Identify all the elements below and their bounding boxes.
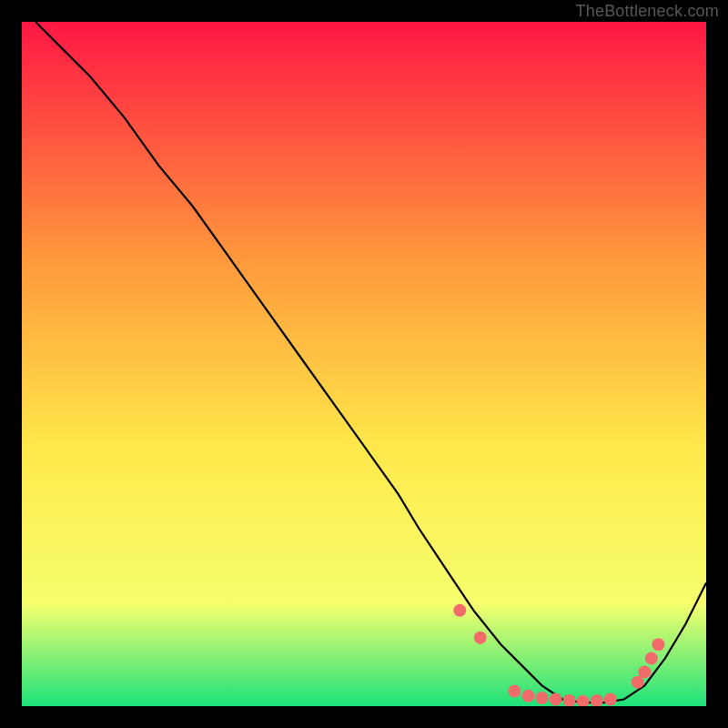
data-point: [645, 652, 658, 664]
data-point: [604, 693, 617, 706]
data-point: [453, 604, 466, 617]
data-point: [550, 693, 562, 706]
gradient-background: [22, 22, 706, 706]
chart-svg: [22, 22, 706, 706]
chart-frame: TheBottleneck.com: [0, 0, 728, 728]
plot-area: [22, 22, 706, 706]
data-point: [652, 638, 664, 651]
watermark-text: TheBottleneck.com: [576, 2, 719, 21]
data-point: [638, 665, 651, 678]
data-point: [536, 692, 549, 704]
data-point: [522, 690, 535, 703]
data-point: [508, 685, 521, 698]
data-point: [474, 632, 487, 644]
